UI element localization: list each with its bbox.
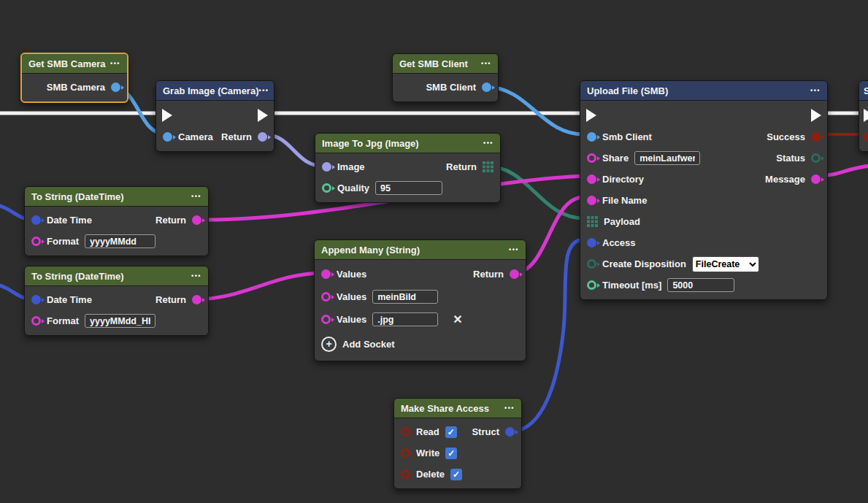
node-grab-image[interactable]: Grab Image (Camera) ••• Camera Return (155, 80, 274, 152)
values-3-input[interactable] (372, 312, 438, 326)
input-label-format: Format (47, 315, 79, 326)
create-disposition-select[interactable]: FileCreate (692, 256, 759, 272)
add-socket-button[interactable]: Add Socket (342, 339, 395, 350)
delete-checkbox[interactable]: ✓ (450, 469, 462, 480)
output-socket-success[interactable] (811, 132, 821, 142)
ellipsis-menu-icon[interactable]: ••• (483, 139, 493, 147)
node-header[interactable]: Append Many (String) ••• (315, 240, 526, 260)
input-socket-directory[interactable] (587, 174, 596, 184)
node-header[interactable]: Image To Jpg (Image) ••• (315, 134, 500, 153)
input-socket[interactable] (864, 132, 868, 142)
input-socket-values-3[interactable] (321, 315, 331, 324)
input-socket-smb-client[interactable] (587, 132, 596, 142)
payload-grid-socket-icon[interactable] (587, 216, 598, 227)
input-socket-values-2[interactable] (321, 292, 331, 302)
input-socket-date-time[interactable] (31, 215, 41, 225)
format-input[interactable] (85, 234, 155, 248)
add-socket-icon[interactable]: + (321, 337, 337, 352)
read-checkbox[interactable]: ✓ (445, 426, 457, 438)
ellipsis-menu-icon[interactable]: ••• (110, 60, 120, 67)
node-header[interactable]: To String (DateTime) ••• (25, 187, 208, 207)
input-label-format: Format (47, 236, 79, 247)
ellipsis-menu-icon[interactable]: ••• (810, 87, 821, 94)
input-label-image: Image (337, 161, 365, 172)
input-socket-timeout[interactable] (587, 280, 596, 290)
output-label-return: Return (221, 131, 252, 142)
ellipsis-menu-icon[interactable]: ••• (259, 87, 269, 94)
input-label-date-time: Date Time (47, 294, 92, 305)
input-socket-delete[interactable] (401, 469, 410, 479)
output-socket-struct[interactable] (505, 427, 515, 437)
input-label-directory: Directory (602, 174, 644, 185)
exec-out-pin[interactable] (258, 109, 268, 122)
node-partial-right[interactable]: S (859, 80, 868, 152)
ellipsis-menu-icon[interactable]: ••• (481, 60, 491, 67)
format-input[interactable] (85, 314, 155, 328)
input-label-timeout: Timeout [ms] (602, 280, 661, 291)
output-socket-smb-camera[interactable] (111, 82, 120, 92)
node-graph-canvas[interactable]: Get SMB Camera ••• SMB Camera Grab Image… (0, 0, 868, 503)
node-title: Image To Jpg (Image) (322, 138, 419, 149)
node-to-string-datetime-2[interactable]: To String (DateTime) ••• Date Time Retur… (24, 266, 209, 336)
exec-in-pin[interactable] (864, 109, 868, 122)
input-socket-read[interactable] (401, 427, 410, 437)
node-append-many[interactable]: Append Many (String) ••• Values Return V… (314, 239, 526, 361)
output-socket-status[interactable] (811, 153, 821, 163)
input-socket-quality[interactable] (322, 183, 331, 193)
node-header[interactable]: S (859, 81, 868, 101)
node-header[interactable]: Make Share Access ••• (394, 399, 521, 418)
output-label-message: Message (765, 174, 805, 185)
input-socket-access[interactable] (587, 238, 596, 247)
output-socket-return[interactable] (258, 132, 267, 142)
input-socket-format[interactable] (31, 316, 41, 326)
input-socket-image[interactable] (322, 162, 331, 172)
output-socket-return[interactable] (510, 269, 519, 279)
write-checkbox[interactable]: ✓ (445, 448, 457, 459)
quality-input[interactable] (375, 181, 442, 195)
output-socket-smb-client[interactable] (482, 82, 491, 92)
input-socket-create-disposition[interactable] (587, 259, 596, 269)
input-socket-camera[interactable] (163, 132, 172, 142)
node-to-string-datetime-1[interactable]: To String (DateTime) ••• Date Time Retur… (24, 186, 209, 256)
node-header[interactable]: To String (DateTime) ••• (25, 266, 208, 286)
ellipsis-menu-icon[interactable]: ••• (191, 193, 201, 200)
input-socket-write[interactable] (401, 448, 410, 458)
node-get-smb-client[interactable]: Get SMB Client ••• SMB Client (392, 53, 499, 102)
ellipsis-menu-icon[interactable]: ••• (509, 246, 519, 253)
node-header[interactable]: Get SMB Client ••• (393, 54, 498, 74)
values-2-input[interactable] (372, 290, 438, 304)
ellipsis-menu-icon[interactable]: ••• (191, 272, 201, 280)
exec-in-pin[interactable] (586, 109, 596, 122)
bytes-grid-socket-icon[interactable] (483, 161, 493, 172)
share-input[interactable] (634, 151, 700, 165)
timeout-input[interactable] (667, 278, 734, 292)
node-header[interactable]: Grab Image (Camera) ••• (156, 81, 274, 101)
node-title: Grab Image (Camera) (163, 85, 259, 96)
output-label-success: Success (767, 131, 805, 142)
ellipsis-menu-icon[interactable]: ••• (504, 404, 515, 412)
input-label-share: Share (602, 153, 629, 164)
input-label-values-3: Values (337, 314, 366, 325)
input-label-date-time: Date Time (47, 215, 92, 226)
exec-out-pin[interactable] (811, 109, 821, 122)
input-socket-file-name[interactable] (587, 196, 596, 205)
output-socket-message[interactable] (811, 174, 821, 184)
input-label-values-2: Values (337, 291, 366, 302)
node-get-smb-camera[interactable]: Get SMB Camera ••• SMB Camera (20, 53, 128, 103)
node-title: Append Many (String) (321, 245, 420, 256)
input-socket-values-1[interactable] (321, 269, 331, 279)
output-socket-return[interactable] (192, 295, 201, 304)
node-image-to-jpg[interactable]: Image To Jpg (Image) ••• Image Return Qu… (315, 133, 501, 203)
node-title: Get SMB Client (399, 58, 468, 69)
input-socket-format[interactable] (31, 237, 41, 246)
output-socket-return[interactable] (192, 215, 201, 225)
node-header[interactable]: Upload File (SMB) ••• (580, 81, 827, 101)
input-socket-date-time[interactable] (31, 295, 41, 304)
input-socket-share[interactable] (587, 153, 596, 163)
node-header[interactable]: Get SMB Camera ••• (22, 54, 127, 74)
node-title: Get SMB Camera (28, 58, 105, 69)
remove-socket-icon[interactable]: ✕ (453, 312, 462, 326)
node-make-share-access[interactable]: Make Share Access ••• Read ✓ Struct Writ… (393, 398, 522, 489)
node-upload-file[interactable]: Upload File (SMB) ••• Smb Client Success (580, 80, 828, 300)
exec-in-pin[interactable] (162, 109, 172, 122)
